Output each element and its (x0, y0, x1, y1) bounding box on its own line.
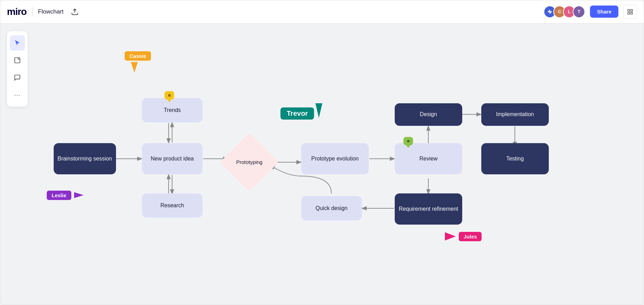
left-toolbar: ··· (7, 31, 28, 107)
cursor-label-cassie: Cassie (125, 51, 151, 61)
node-review[interactable]: Review (395, 143, 462, 174)
node-prototyping[interactable]: Prototyping (220, 133, 279, 192)
node-design[interactable]: Design (395, 103, 462, 126)
svg-marker-22 (445, 232, 456, 241)
svg-rect-2 (631, 9, 633, 11)
menu-icon-button[interactable] (623, 5, 637, 19)
topbar-left: miro Flowchart (7, 6, 81, 18)
node-brainstorming[interactable]: Brainstorming session (54, 143, 116, 174)
cursor-arrow-cassie (129, 62, 140, 74)
svg-rect-1 (628, 9, 629, 11)
svg-rect-3 (628, 12, 629, 14)
cursor-jules: Jules (445, 232, 482, 241)
upload-button[interactable] (69, 6, 81, 18)
select-tool[interactable] (10, 35, 25, 51)
cursor-leslie: Leslie (47, 190, 84, 200)
topbar-divider (32, 7, 33, 17)
avatar-3: T (573, 6, 585, 18)
cursor-cassie: Cassie (125, 51, 151, 76)
svg-rect-4 (631, 12, 633, 14)
node-quick-design[interactable]: Quick design (301, 196, 362, 220)
comment-bubble-review[interactable]: ≡ (403, 137, 413, 145)
cursor-label-jules: Jules (459, 232, 482, 241)
node-research[interactable]: Research (142, 193, 203, 218)
cursor-label-trevor: Trevor (280, 107, 314, 120)
cursor-arrow-leslie (74, 190, 84, 200)
svg-marker-20 (74, 192, 83, 198)
topbar: miro Flowchart C L T Share (0, 0, 644, 24)
node-prototype-evolution[interactable]: Prototype evolution (301, 143, 369, 174)
comment-tool[interactable] (10, 70, 25, 85)
node-testing[interactable]: Testing (481, 143, 549, 174)
canvas[interactable]: Brainstorming session New product idea T… (0, 24, 644, 305)
miro-logo: miro (7, 6, 27, 17)
node-requirement-refinement[interactable]: Requirement refinement (395, 193, 462, 225)
avatar-group: C L T (544, 6, 585, 18)
node-new-product[interactable]: New product idea (142, 143, 203, 174)
svg-marker-21 (315, 103, 322, 118)
board-title[interactable]: Flowchart (38, 8, 64, 15)
share-button[interactable]: Share (590, 6, 618, 18)
topbar-right: C L T Share (544, 5, 637, 19)
svg-marker-19 (131, 62, 138, 72)
node-trends[interactable]: Trends (142, 98, 203, 122)
cursor-arrow-trevor (315, 103, 325, 119)
comment-bubble-trends[interactable]: ≡ (164, 91, 174, 99)
cursor-label-leslie: Leslie (47, 191, 71, 200)
svg-rect-5 (15, 58, 20, 63)
cursor-trevor: Trevor (280, 103, 325, 120)
sticky-note-tool[interactable] (10, 53, 25, 68)
more-tools[interactable]: ··· (10, 87, 25, 103)
node-implementation[interactable]: Implementation (481, 103, 549, 126)
cursor-arrow-jules (445, 232, 456, 241)
